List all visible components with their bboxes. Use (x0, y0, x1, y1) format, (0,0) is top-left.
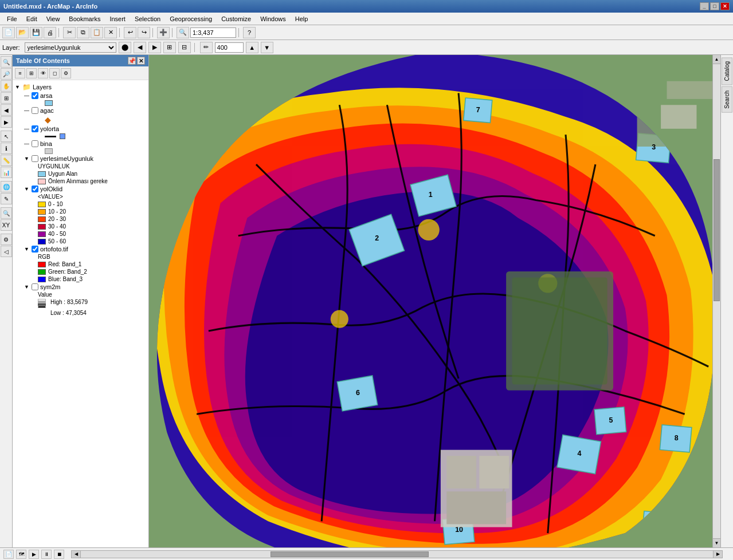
paste-button[interactable]: 📋 (91, 27, 103, 38)
table-tool[interactable]: 📊 (1, 167, 12, 178)
menu-file[interactable]: File (2, 14, 22, 23)
ortofoto-checkbox[interactable] (32, 246, 38, 253)
scroll-up-btn[interactable]: ▲ (713, 55, 720, 64)
pause-btn[interactable]: ⏸ (41, 550, 52, 559)
scroll-left-btn[interactable]: ◀ (72, 551, 81, 558)
extra-tool[interactable]: ⚙ (1, 234, 12, 245)
toc-list-btn[interactable]: ≡ (15, 68, 25, 78)
data-view-btn[interactable]: 🗺 (16, 550, 26, 559)
yolorta-expand[interactable]: — (24, 126, 30, 132)
coord-tool[interactable]: XY (1, 219, 12, 231)
scroll-down-btn[interactable]: ▼ (713, 538, 720, 547)
scroll-right-btn[interactable]: ▶ (713, 551, 722, 558)
map-scrollbar-h[interactable]: ◀ ▶ (71, 550, 723, 558)
close-button[interactable]: ✕ (720, 2, 730, 10)
ortofoto-expand[interactable]: ▼ (24, 246, 30, 252)
delete-button[interactable]: ✕ (104, 27, 117, 38)
print-button[interactable]: 🖨 (44, 27, 56, 38)
scale-down-btn[interactable]: ▼ (261, 42, 273, 53)
yolollid-checkbox[interactable] (32, 186, 38, 192)
collapse-tool[interactable]: ◁ (1, 246, 12, 257)
copy-button[interactable]: ⧉ (77, 27, 89, 38)
help-button[interactable]: ? (243, 27, 256, 38)
map-scrollbar-v[interactable]: ▲ ▼ (712, 55, 720, 547)
new-button[interactable]: 📄 (2, 27, 15, 38)
sym2m-checkbox[interactable] (32, 283, 38, 290)
add-data-button[interactable]: ➕ (157, 27, 170, 38)
zoom-out-tool[interactable]: 🔎 (1, 68, 12, 80)
open-button[interactable]: 📂 (16, 27, 29, 38)
scale-input[interactable] (190, 27, 236, 38)
geo-tool[interactable]: 🌐 (1, 181, 12, 192)
agac-checkbox[interactable] (32, 107, 38, 114)
layer-btn1[interactable]: ⬤ (119, 42, 131, 53)
map-area[interactable]: 1 2 3 4 5 6 7 8 9 10 ▲ (149, 55, 720, 547)
pan-tool[interactable]: ✋ (1, 80, 12, 92)
menu-edit[interactable]: Edit (22, 14, 42, 23)
prev-extent-tool[interactable]: ◀ (1, 104, 12, 116)
menu-geoprocessing[interactable]: Geoprocessing (165, 14, 217, 23)
layer-btn4[interactable]: ⊞ (163, 42, 176, 53)
toc-close-button[interactable]: ✕ (137, 57, 145, 65)
next-extent-tool[interactable]: ▶ (1, 116, 12, 128)
yerlesime-checkbox[interactable] (32, 155, 38, 162)
menu-view[interactable]: View (42, 14, 65, 23)
save-button[interactable]: 💾 (30, 27, 42, 38)
catalog-tab[interactable]: Catalog (722, 57, 732, 85)
menu-insert[interactable]: Insert (105, 14, 130, 23)
undo-button[interactable]: ↩ (124, 27, 136, 38)
minimize-button[interactable]: _ (700, 2, 709, 10)
menu-windows[interactable]: Windows (256, 14, 291, 23)
agac-expand[interactable]: — (24, 108, 30, 113)
layer-btn2[interactable]: ◀ (134, 42, 146, 53)
arsa-checkbox[interactable] (32, 92, 38, 99)
stop-btn[interactable]: ⏹ (54, 550, 64, 559)
layer-btn6[interactable]: ✏ (200, 42, 213, 53)
toc-pin-button[interactable]: 📌 (128, 57, 136, 65)
identify-tool[interactable]: ℹ (1, 143, 12, 154)
select-tool[interactable]: ↖ (1, 131, 12, 142)
full-extent-tool[interactable]: ⊞ (1, 92, 12, 104)
toc-src-btn[interactable]: ⊞ (26, 68, 37, 78)
draw-tool[interactable]: ✎ (1, 193, 12, 204)
find-tool[interactable]: 🔍 (1, 207, 12, 219)
menu-customize[interactable]: Customize (217, 14, 256, 23)
title-bar-controls[interactable]: _ □ ✕ (700, 2, 730, 10)
scale-value-input[interactable] (215, 42, 244, 53)
bina-checkbox[interactable] (32, 140, 38, 147)
sep6 (194, 43, 197, 52)
arsa-expand[interactable]: — (24, 93, 30, 98)
menu-selection[interactable]: Selection (130, 14, 165, 23)
menu-bookmarks[interactable]: Bookmarks (64, 14, 105, 23)
maximize-button[interactable]: □ (710, 2, 719, 10)
layer-btn3[interactable]: ▶ (148, 42, 161, 53)
sym2m-high-row: High : 83,5679 Low : 47,3054 (15, 298, 146, 317)
cut-button[interactable]: ✂ (63, 27, 76, 38)
measure-tool[interactable]: 📏 (1, 155, 12, 166)
zoom-in-tool[interactable]: 🔍 (1, 56, 12, 68)
bina-expand[interactable]: — (24, 141, 30, 147)
layout-view-btn[interactable]: 📄 (3, 550, 14, 559)
nav-button[interactable]: 🔍 (177, 27, 189, 38)
layers-group-header[interactable]: ▼ 📁 Layers (15, 82, 146, 92)
search-tab[interactable]: Search (722, 86, 732, 113)
scale-up-btn[interactable]: ▲ (246, 42, 258, 53)
redo-button[interactable]: ↪ (138, 27, 150, 38)
toc-opts-btn[interactable]: ⚙ (61, 68, 71, 78)
svg-text:7: 7 (476, 106, 480, 114)
yolollid-expand[interactable]: ▼ (24, 186, 30, 192)
toc-sel-btn[interactable]: ◻ (49, 68, 60, 78)
layer-btn5[interactable]: ⊟ (178, 42, 191, 53)
toc-vis-btn[interactable]: 👁 (38, 68, 48, 78)
toc-header-controls[interactable]: 📌 ✕ (128, 57, 145, 65)
scroll-thumb-v[interactable] (714, 159, 720, 301)
layers-expand[interactable]: ▼ (15, 84, 21, 90)
play-btn[interactable]: ▶ (29, 550, 39, 559)
layer-select[interactable]: yerlesimeUygunluk (25, 42, 116, 53)
scroll-thumb-h[interactable] (271, 551, 429, 557)
menu-help[interactable]: Help (291, 14, 313, 23)
yolorta-checkbox[interactable] (32, 125, 38, 132)
red-band-label: Red: Band_1 (48, 261, 81, 267)
yerlesime-expand[interactable]: ▼ (24, 156, 30, 161)
sym2m-expand[interactable]: ▼ (24, 284, 30, 290)
